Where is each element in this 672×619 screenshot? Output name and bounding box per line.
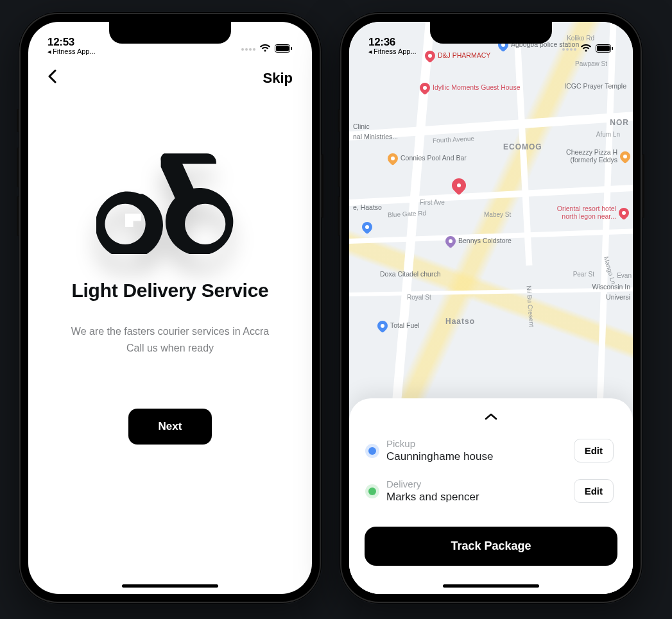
onboarding-body: Light Delivery Service We are the faster… (28, 94, 312, 594)
track-package-button[interactable]: Track Package (365, 527, 617, 566)
edit-pickup-button[interactable]: Edit (574, 439, 614, 462)
onboarding-subtitle: We are the fasters courier services in A… (71, 323, 269, 357)
map-road-label: Afum Ln (596, 131, 620, 138)
back-to-app-label: Fitness App... (53, 48, 96, 55)
back-button[interactable] (47, 69, 56, 87)
map-road-label: First Ave (420, 199, 445, 206)
map-poi-marker[interactable] (452, 178, 466, 192)
map-road-label: Royal St (407, 294, 431, 301)
map-area-label: NOR (610, 118, 629, 127)
phone-frame-tracking: 12:36 ◂ Fitness App... (340, 13, 642, 603)
delivery-info: Delivery Marks and spencer (386, 479, 564, 504)
map-poi[interactable]: Oriental resort hotelnorth legon near... (557, 205, 629, 220)
map-road-label: Blue Gate Rd (388, 209, 427, 218)
map-poi[interactable]: Cheezzy Pizza H(formerly Eddys (566, 149, 630, 164)
delivery-label: Delivery (386, 479, 564, 489)
volume-button (338, 109, 340, 132)
pickup-label: Pickup (386, 438, 564, 449)
volume-button (338, 196, 340, 236)
delivery-value: Marks and spencer (386, 491, 564, 504)
map-road (349, 287, 633, 297)
chevron-up-icon (485, 412, 497, 420)
next-button[interactable]: Next (128, 409, 212, 445)
onboarding-screen: 12:53 ◂ Fitness App... Skip (28, 22, 312, 594)
caret-left-icon: ◂ (47, 48, 51, 55)
cellular-dots-icon (241, 48, 255, 51)
status-time: 12:36 (368, 37, 417, 47)
nav-row: Skip (28, 56, 312, 94)
svg-rect-2 (291, 47, 292, 50)
caret-left-icon: ◂ (368, 48, 372, 55)
power-button (321, 154, 323, 218)
bottom-sheet: Pickup Caunninghame house Edit Delivery … (349, 398, 633, 594)
map-road (349, 183, 633, 207)
pickup-value: Caunninghame house (386, 450, 564, 463)
tracking-screen: 12:36 ◂ Fitness App... (349, 22, 633, 594)
map-road-label: Pear St (573, 271, 594, 278)
svg-rect-5 (612, 47, 613, 50)
volume-button (17, 148, 19, 187)
map-poi[interactable]: Wisconsin InUniversi (592, 284, 630, 301)
volume-button (17, 196, 19, 236)
cellular-dots-icon (562, 48, 576, 51)
status-left: 12:53 ◂ Fitness App... (47, 37, 96, 55)
map-poi[interactable]: Idyllic Moments Guest House (420, 83, 521, 93)
expand-sheet-button[interactable] (365, 407, 617, 424)
status-right (562, 44, 614, 55)
map-pin-icon (375, 319, 390, 334)
power-button (642, 154, 644, 218)
map-pin-icon (360, 220, 375, 235)
map-poi[interactable]: ICGC Prayer Temple (564, 83, 626, 90)
onboarding-title: Light Delivery Service (72, 280, 269, 301)
onboarding-subtitle-line2: Call us when ready (126, 343, 214, 353)
onboarding-subtitle-line1: We are the fasters courier services in A… (71, 326, 269, 337)
volume-button (17, 109, 19, 132)
delivery-dot-icon (368, 488, 376, 495)
map-poi[interactable]: e, Haatso (353, 204, 382, 212)
home-indicator[interactable] (122, 584, 218, 588)
map-pin-icon (418, 81, 433, 96)
status-right (241, 44, 293, 55)
map-road-label: Evan (617, 272, 632, 279)
device-notch (109, 22, 231, 44)
map-pin-icon (444, 234, 458, 249)
chevron-left-icon (47, 69, 56, 83)
status-time: 12:53 (47, 37, 96, 47)
pickup-dot-icon (368, 447, 376, 455)
wifi-icon (259, 44, 271, 55)
map-poi[interactable]: Doxa Citadel church (380, 271, 441, 278)
skip-button[interactable]: Skip (263, 70, 293, 87)
pickup-info: Pickup Caunninghame house (386, 438, 564, 463)
map-road-label: Mabey St (484, 211, 511, 218)
map-pin-icon (617, 205, 632, 220)
map-poi[interactable]: Clinicnal Ministries... (353, 123, 398, 140)
back-to-app-link[interactable]: ◂ Fitness App... (47, 48, 96, 55)
map-poi[interactable]: Total Fuel (377, 321, 420, 331)
map-poi-marker[interactable] (362, 222, 372, 232)
battery-icon (596, 44, 614, 55)
map-poi[interactable]: Connies Pool And Bar (388, 153, 467, 164)
pickup-row: Pickup Caunninghame house Edit (365, 430, 617, 471)
svg-rect-4 (597, 46, 610, 51)
back-to-app-link[interactable]: ◂ Fitness App... (368, 48, 417, 55)
volume-button (338, 148, 340, 187)
map-area-label: Haatso (445, 317, 475, 326)
svg-rect-1 (276, 46, 289, 51)
edit-delivery-button[interactable]: Edit (574, 479, 614, 503)
map-area-label: ECOMOG (503, 142, 542, 151)
map-pin-icon (386, 151, 401, 166)
map-poi[interactable]: Bennys Coldstore (445, 236, 512, 246)
home-indicator[interactable] (443, 584, 539, 588)
map-road-label: Fourth Avenue (433, 135, 474, 144)
delivery-row: Delivery Marks and spencer Edit (365, 471, 617, 511)
device-notch (430, 22, 552, 44)
phone-frame-onboarding: 12:53 ◂ Fitness App... Skip (19, 13, 321, 603)
map-road-label: Pawpaw St (575, 60, 607, 67)
map-pin-icon (618, 149, 633, 164)
motorbike-logo-icon (96, 145, 244, 254)
status-left: 12:36 ◂ Fitness App... (368, 37, 417, 55)
map-pin-icon (449, 175, 469, 195)
wifi-icon (580, 44, 592, 55)
battery-icon (275, 44, 293, 55)
back-to-app-label: Fitness App... (374, 48, 417, 55)
